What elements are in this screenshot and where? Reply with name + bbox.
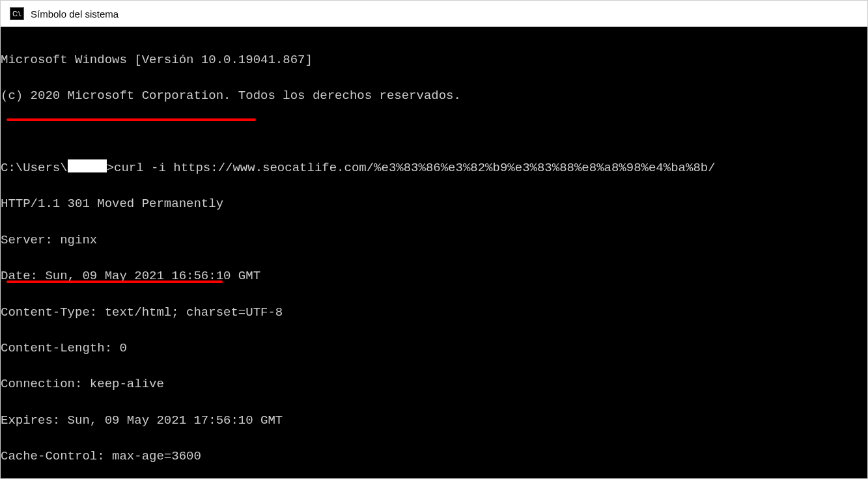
redacted-username [68,159,107,172]
terminal-output[interactable]: Microsoft Windows [Versión 10.0.19041.86… [1,31,867,478]
os-header-line: Microsoft Windows [Versión 10.0.19041.86… [1,51,867,70]
prompt-prefix: C:\Users\ [1,161,68,175]
copyright-line: (c) 2020 Microsoft Corporation. Todos lo… [1,87,867,105]
http-status-line: HTTP/1.1 301 Moved Permanently [1,195,867,213]
header-expires: Expires: Sun, 09 May 2021 17:56:10 GMT [1,412,867,430]
prompt-command-line: C:\Users\>curl -i https://www.seocatlife… [1,159,867,178]
cmd-app-icon: C:\. [10,7,24,20]
blank-line [1,124,867,142]
header-server: Server: nginx [1,232,867,250]
cmd-window: C:\. Símbolo del sistema Microsoft Windo… [0,0,868,479]
header-content-length: Content-Length: 0 [1,340,867,358]
prompt-suffix: > [107,161,114,175]
highlight-underline-icon [7,281,223,283]
titlebar[interactable]: C:\. Símbolo del sistema [1,1,867,31]
window-title: Símbolo del sistema [31,8,119,20]
header-content-type: Content-Type: text/html; charset=UTF-8 [1,304,867,322]
highlight-underline-icon [7,118,256,121]
command-text: curl -i https://www.seocatlife.com/%e3%8… [114,161,716,175]
header-cache-control: Cache-Control: max-age=3600 [1,448,867,466]
header-connection: Connection: keep-alive [1,376,867,394]
